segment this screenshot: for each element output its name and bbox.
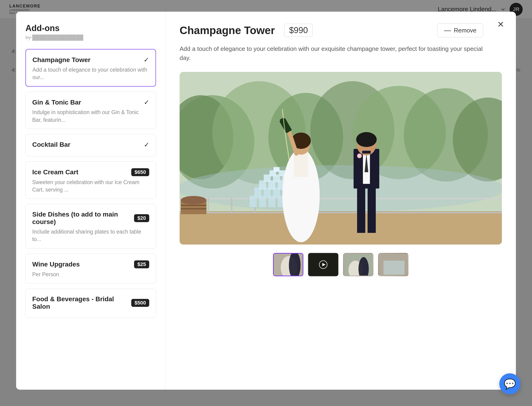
remove-label: Remove <box>454 27 476 34</box>
svg-point-57 <box>356 132 377 147</box>
svg-point-9 <box>180 165 502 212</box>
svg-rect-13 <box>180 212 502 213</box>
svg-rect-12 <box>180 198 502 199</box>
content-description: Add a touch of elegance to your celebrat… <box>180 44 483 63</box>
check-icon-cocktail-bar: ✓ <box>144 141 149 149</box>
addon-title-ice-cream-cart: Ice Cream Cart <box>32 168 78 176</box>
svg-point-62 <box>289 254 301 276</box>
addon-card-gin-tonic[interactable]: Gin & Tonic Bar ✓ Indulge in sophisticat… <box>25 92 156 129</box>
svg-rect-51 <box>357 186 365 233</box>
svg-point-58 <box>357 153 362 158</box>
sidebar-title: Add-ons <box>25 23 156 33</box>
thumbnail-2[interactable] <box>308 253 338 276</box>
addon-sidebar: Add-ons by ██████████████ Champagne Towe… <box>16 12 166 390</box>
addon-desc-wine-upgrades: Per Person <box>32 271 149 278</box>
sidebar-subtitle: by ██████████████ <box>25 35 156 41</box>
thumbnail-1[interactable] <box>273 253 303 276</box>
addon-desc-gin-tonic: Indulge in sophistication with our Gin &… <box>32 109 149 123</box>
badge-wine-upgrades: $25 <box>134 261 149 268</box>
addon-desc-champagne-tower: Add a touch of elegance to your celebrat… <box>32 66 149 81</box>
addon-card-side-dishes[interactable]: Side Dishes (to add to main course) $20 … <box>25 204 156 248</box>
addon-title-side-dishes: Side Dishes (to add to main course) <box>32 211 134 226</box>
modal-close-button[interactable]: ✕ <box>495 19 507 30</box>
badge-side-dishes: $20 <box>134 214 149 222</box>
badge-ice-cream-cart: $650 <box>131 168 149 176</box>
modal-main-content: ✕ Champagne Tower $990 — Remove Add a to… <box>166 12 516 390</box>
chat-button[interactable]: 💬 <box>499 373 520 394</box>
addon-desc-side-dishes: Include additional sharing plates to eac… <box>32 228 149 243</box>
chat-icon: 💬 <box>504 378 516 390</box>
close-icon: ✕ <box>497 20 504 29</box>
svg-rect-43 <box>273 167 280 172</box>
svg-rect-10 <box>180 212 502 245</box>
svg-rect-16 <box>231 198 232 213</box>
svg-rect-59 <box>362 151 371 153</box>
addon-title-food-beverages-bridal-salon: Food & Beverages - Bridal Salon <box>32 295 131 310</box>
play-icon <box>319 261 327 269</box>
remove-button[interactable]: — Remove <box>437 23 483 37</box>
svg-rect-72 <box>384 261 405 275</box>
badge-food-beverages-bridal-salon: $500 <box>131 299 149 307</box>
thumbnail-4[interactable] <box>378 253 408 276</box>
minus-icon: — <box>444 26 451 34</box>
content-price: $990 <box>284 24 313 37</box>
svg-rect-52 <box>368 186 376 233</box>
content-title: Champagne Tower <box>180 24 275 37</box>
thumbnail-3[interactable] <box>343 253 373 276</box>
thumbnail-strip <box>180 253 502 276</box>
addon-card-cocktail-bar[interactable]: Cocktail Bar ✓ <box>25 134 156 156</box>
addon-desc-ice-cream-cart: Sweeten your celebration with our Ice Cr… <box>32 179 149 193</box>
svg-rect-15 <box>208 198 209 213</box>
addon-card-food-beverages-bridal-salon[interactable]: Food & Beverages - Bridal Salon $500 <box>25 289 156 318</box>
addon-modal: Add-ons by ██████████████ Champagne Towe… <box>16 12 516 390</box>
content-header: Champagne Tower $990 — Remove <box>180 23 502 37</box>
addon-card-ice-cream-cart[interactable]: Ice Cream Cart $650 Sweeten your celebra… <box>25 161 156 199</box>
addon-title-gin-tonic: Gin & Tonic Bar <box>32 99 81 106</box>
addon-title-champagne-tower: Champagne Tower <box>32 56 90 64</box>
svg-rect-21 <box>181 205 207 206</box>
svg-rect-22 <box>181 208 207 209</box>
check-icon-gin-tonic: ✓ <box>144 98 149 106</box>
check-icon-champagne-tower: ✓ <box>144 56 149 64</box>
svg-marker-67 <box>322 263 325 266</box>
svg-point-20 <box>181 196 207 204</box>
addon-card-wine-upgrades[interactable]: Wine Upgrades $25 Per Person <box>25 254 156 283</box>
main-image <box>180 72 502 245</box>
addon-title-wine-upgrades: Wine Upgrades <box>32 261 80 268</box>
addon-title-cocktail-bar: Cocktail Bar <box>32 141 70 148</box>
addon-card-champagne-tower[interactable]: Champagne Tower ✓ Add a touch of eleganc… <box>25 49 156 87</box>
